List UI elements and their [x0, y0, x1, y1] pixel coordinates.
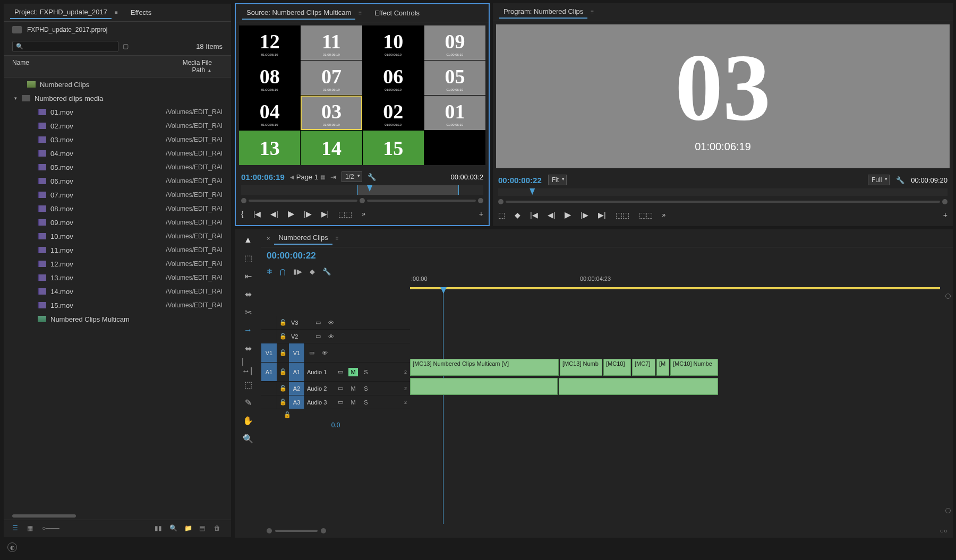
video-clip[interactable]: [MC7]: [632, 359, 655, 376]
project-item[interactable]: 03.mov/Volumes/EDIT_RAI: [4, 133, 231, 147]
source-patch-v1[interactable]: V1: [261, 343, 277, 362]
go-to-in-icon[interactable]: |◀: [253, 210, 261, 218]
column-name[interactable]: Name: [12, 59, 161, 74]
timeline-options-icon[interactable]: ○○: [940, 527, 948, 535]
video-clip[interactable]: [MC13] Numbered Clips Multicam [V]: [410, 359, 559, 376]
new-bin-icon[interactable]: ▢: [123, 42, 131, 51]
column-path[interactable]: Media File Path▲: [161, 59, 223, 74]
panel-menu-icon[interactable]: ≡: [115, 10, 118, 15]
multicam-angle[interactable]: [424, 131, 485, 165]
page-next-icon[interactable]: ▦: [320, 174, 325, 180]
mute-toggle[interactable]: M: [348, 398, 358, 407]
project-item[interactable]: 10.mov/Volumes/EDIT_RAI: [4, 229, 231, 243]
project-item[interactable]: 09.mov/Volumes/EDIT_RAI: [4, 216, 231, 229]
mark-in-icon[interactable]: {: [241, 210, 244, 218]
multicam-angle[interactable]: 1001:00:06:19: [363, 25, 424, 60]
program-duration-timecode[interactable]: 00:00:09:20: [911, 176, 948, 184]
track-v2[interactable]: 🔓 V2 ▭👁: [261, 330, 410, 343]
selection-tool-icon[interactable]: ▲: [242, 234, 254, 246]
scroll-handle-icon[interactable]: [945, 294, 951, 299]
go-to-in-icon[interactable]: |◀: [530, 211, 538, 219]
project-item[interactable]: 14.mov/Volumes/EDIT_RAI: [4, 285, 231, 298]
zoom-level[interactable]: 0.0: [261, 420, 410, 430]
mark-in-icon[interactable]: ⬚: [498, 211, 505, 219]
lock-icon[interactable]: 🔓: [277, 349, 289, 356]
work-area-bar[interactable]: [410, 287, 940, 289]
multicam-angle[interactable]: 0901:00:06:19: [424, 25, 485, 60]
keyframe-icon[interactable]: ▭: [336, 384, 345, 393]
linked-selection-icon[interactable]: ▮▶: [293, 268, 302, 275]
toggle-output-icon[interactable]: ▭: [313, 332, 323, 341]
mute-toggle[interactable]: M: [348, 368, 358, 376]
project-item[interactable]: 06.mov/Volumes/EDIT_RAI: [4, 174, 231, 188]
multicam-angle[interactable]: 0401:00:06:19: [239, 96, 300, 130]
project-item[interactable]: Numbered Clips Multicam: [4, 312, 231, 326]
insert-icon[interactable]: ⬚⬚: [338, 210, 352, 218]
track-v1[interactable]: V1 🔓 V1 ▭👁: [261, 343, 410, 363]
panel-menu-icon[interactable]: ≡: [358, 10, 362, 16]
zoom-tool-icon[interactable]: 🔍: [242, 432, 254, 445]
multicam-angle[interactable]: 1201:00:06:19: [239, 25, 300, 60]
ripple-edit-tool-icon[interactable]: ⇤: [242, 270, 254, 282]
clips-area[interactable]: [MC13] Numbered Clips Multicam [V][MC13]…: [410, 290, 940, 524]
multicam-angle[interactable]: 0501:00:06:19: [424, 61, 485, 95]
multicam-angle[interactable]: 0101:00:06:19: [424, 96, 485, 130]
program-time-ruler[interactable]: [498, 188, 948, 196]
project-list[interactable]: Numbered Clips▾Numbered clips media01.mo…: [4, 77, 231, 512]
video-clip[interactable]: [M: [656, 359, 669, 376]
project-item[interactable]: 01.mov/Volumes/EDIT_RAI: [4, 105, 231, 119]
mute-toggle[interactable]: M: [348, 384, 358, 393]
solo-toggle[interactable]: S: [361, 398, 371, 407]
project-item[interactable]: 11.mov/Volumes/EDIT_RAI: [4, 243, 231, 257]
project-tab[interactable]: Project: FXPHD_update_2017: [10, 6, 112, 19]
track-target-a3[interactable]: A3: [289, 395, 305, 409]
audio-clip[interactable]: [559, 378, 718, 395]
toggle-grid-icon[interactable]: ⇥: [330, 173, 336, 181]
project-item[interactable]: 02.mov/Volumes/EDIT_RAI: [4, 119, 231, 133]
project-item[interactable]: Numbered Clips: [4, 77, 231, 91]
multicam-angle[interactable]: 1101:00:06:19: [301, 25, 362, 60]
nest-icon[interactable]: ❄: [267, 268, 272, 275]
eye-icon[interactable]: 👁: [320, 349, 329, 357]
step-back-icon[interactable]: ◀|: [548, 211, 556, 219]
go-to-out-icon[interactable]: ▶|: [321, 210, 329, 218]
icon-view-icon[interactable]: ▦: [27, 524, 36, 533]
step-forward-icon[interactable]: |▶: [304, 210, 312, 218]
rolling-edit-tool-icon[interactable]: ⬌: [242, 288, 254, 300]
multicam-angle[interactable]: 0601:00:06:19: [363, 61, 424, 95]
audio-clip[interactable]: [410, 378, 558, 395]
page-prev-icon[interactable]: ◀: [290, 174, 294, 180]
project-item[interactable]: 05.mov/Volumes/EDIT_RAI: [4, 160, 231, 174]
settings-icon[interactable]: 🔧: [368, 173, 376, 181]
horizontal-scrollbar[interactable]: [12, 514, 76, 518]
track-target-a1[interactable]: A1: [289, 363, 305, 381]
razor-tool-icon[interactable]: →: [242, 324, 254, 337]
multicam-angle[interactable]: 0301:00:06:19: [301, 96, 362, 130]
add-button-icon[interactable]: +: [479, 210, 483, 218]
multicam-angle[interactable]: 13: [239, 131, 300, 165]
time-ruler[interactable]: :00:00 00:00:04:23: [410, 275, 953, 287]
toggle-output-icon[interactable]: ▭: [313, 318, 323, 327]
video-clip[interactable]: [MC10] Numbe: [670, 359, 718, 376]
source-duration-timecode[interactable]: 00:00:03:2: [451, 173, 483, 181]
angles-icon[interactable]: »: [362, 210, 365, 218]
multicam-angle[interactable]: 14: [301, 131, 362, 165]
timeline-timecode[interactable]: 00:00:00:22: [267, 251, 316, 261]
go-to-out-icon[interactable]: ▶|: [598, 211, 606, 219]
eye-icon[interactable]: 👁: [326, 332, 336, 341]
eye-icon[interactable]: 👁: [326, 318, 336, 327]
pen-tool-icon[interactable]: ✎: [242, 396, 254, 409]
playhead-icon[interactable]: [530, 188, 535, 195]
timeline-ruler-area[interactable]: :00:00 00:00:04:23 [MC13] Numbered Clips…: [410, 275, 953, 524]
multicam-angle[interactable]: 0701:00:06:19: [301, 61, 362, 95]
keyframe-icon[interactable]: ▭: [336, 398, 345, 407]
lock-icon[interactable]: 🔓: [277, 385, 289, 392]
track-v3[interactable]: 🔓 V3 ▭👁: [261, 316, 410, 330]
new-bin-button-icon[interactable]: 📁: [184, 524, 193, 533]
source-zoom-scroll[interactable]: [241, 198, 483, 203]
multicam-angle[interactable]: 0801:00:06:19: [239, 61, 300, 95]
slip-tool-icon[interactable]: ⬌: [242, 342, 254, 355]
auto-sequence-icon[interactable]: ▮▮: [155, 524, 163, 533]
project-item[interactable]: 13.mov/Volumes/EDIT_RAI: [4, 271, 231, 285]
project-item[interactable]: 04.mov/Volumes/EDIT_RAI: [4, 147, 231, 160]
